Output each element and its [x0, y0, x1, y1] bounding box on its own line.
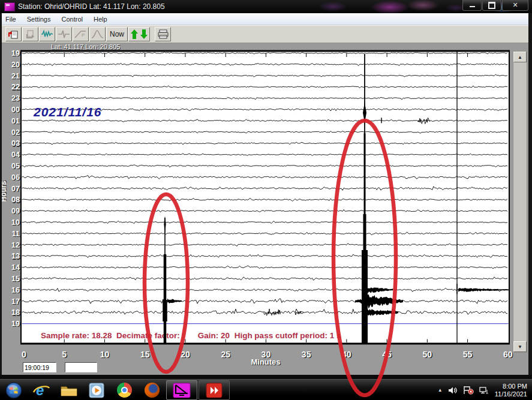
chart-header: Lat: 41.117 Lon: 20.805 [51, 43, 120, 50]
x-tick-label: 40 [342, 350, 351, 359]
x-tick-label: 50 [423, 350, 432, 359]
open-file-icon [8, 29, 19, 40]
now-button-label: Now [110, 30, 124, 38]
menu-item-help[interactable]: Help [88, 14, 113, 24]
waveform-icon [41, 29, 53, 39]
x-axis-title: Minutes [251, 357, 280, 366]
clock-date: 11/16/2021 [495, 390, 527, 398]
hour-label: 13 [11, 252, 20, 260]
blank-field[interactable] [65, 362, 97, 372]
trace-view-icon [58, 29, 70, 39]
hour-label: 09 [11, 207, 20, 215]
info-text: Sample rate: 18.28 Decimate factor: Gain… [41, 331, 341, 340]
hour-label: 02 [11, 128, 20, 137]
spectrum-button[interactable] [89, 27, 106, 41]
x-tick-label: 5 [62, 350, 67, 359]
window-title: Station: Ohrid/OHRID Lat: 41.117 Lon: 20… [18, 2, 165, 11]
svg-text:P: P [82, 32, 85, 38]
filter-icon: P [74, 29, 87, 39]
window-border-right [528, 13, 532, 375]
remote-app-icon [206, 383, 223, 398]
scroll-up-button[interactable]: ▲ [513, 52, 527, 62]
windows-start-icon [5, 382, 22, 399]
network-icon[interactable] [479, 386, 489, 395]
chrome-button[interactable] [110, 380, 138, 400]
hour-label: 06 [11, 173, 20, 182]
start-button[interactable] [0, 380, 28, 400]
hour-label: 16 [11, 286, 20, 294]
menu-item-control[interactable]: Control [56, 14, 88, 24]
scrollbar-track[interactable] [513, 62, 527, 341]
hour-label: 03 [11, 139, 20, 148]
system-tray: ▲ 8:00 PM 11/16/2021 [438, 383, 532, 398]
chrome-icon [117, 383, 132, 398]
internet-explorer-icon: e [32, 383, 50, 398]
hour-label: 19 [11, 320, 20, 328]
hour-label: 21 [11, 72, 20, 80]
hour-label: 11 [12, 230, 20, 238]
close-button[interactable]: ✕ [502, 0, 528, 11]
trace-time-field[interactable] [23, 362, 56, 372]
maximize-icon [488, 2, 495, 9]
x-tick-label: 55 [463, 350, 473, 359]
hour-label: 19 [11, 49, 20, 58]
hour-label: 01 [11, 117, 20, 125]
title-bar: Station: Ohrid/OHRID Lat: 41.117 Lon: 20… [0, 0, 532, 13]
minimize-button[interactable] [462, 0, 482, 11]
hour-label: 23 [11, 94, 20, 103]
clock-time: 8:00 PM [495, 383, 527, 390]
scroll-down-button[interactable]: ▼ [513, 341, 527, 352]
printer-icon [157, 29, 169, 39]
trace-view-button[interactable] [56, 27, 72, 41]
seismograph-app-icon [173, 383, 191, 398]
hour-label: 10 [11, 218, 20, 227]
event-clipped-bar [164, 254, 167, 343]
hour-label: 08 [11, 196, 20, 204]
close-icon: ✕ [512, 2, 518, 8]
filter-button[interactable]: P [73, 27, 89, 41]
export-icon [25, 29, 36, 40]
up-down-arrows-icon [130, 28, 148, 40]
now-button[interactable]: Now [106, 27, 128, 41]
x-tick-label: 60 [503, 350, 513, 359]
hour-label: 14 [11, 263, 20, 272]
internet-explorer-button[interactable]: e [28, 380, 55, 400]
hour-label: 05 [11, 162, 20, 170]
firefox-icon [145, 383, 160, 398]
waveform-button[interactable] [39, 27, 55, 41]
taskbar-app-seismograph[interactable] [166, 380, 197, 400]
print-button[interactable] [155, 27, 171, 41]
menu-item-settings[interactable]: Settings [22, 14, 56, 24]
open-file-button[interactable] [5, 27, 22, 41]
client-area: Lat: 41.117 Lon: 20.805 Sample rate: 18.… [0, 43, 532, 375]
taskbar-app-remote[interactable] [199, 380, 230, 400]
taskbar-clock[interactable]: 8:00 PM 11/16/2021 [495, 383, 527, 398]
taskbar: e [0, 379, 532, 400]
firefox-button[interactable] [138, 380, 166, 400]
window-border-bottom [0, 375, 532, 379]
hour-label: 04 [11, 151, 20, 159]
hour-label: 12 [11, 241, 20, 249]
date-label: 2021/11/16 [33, 105, 102, 119]
hour-label: 18 [11, 308, 20, 317]
maximize-button[interactable] [482, 0, 501, 11]
file-explorer-button[interactable] [55, 380, 83, 400]
media-player-icon [89, 383, 104, 398]
helicorder-chart[interactable]: Lat: 41.117 Lon: 20.805 Sample rate: 18.… [0, 43, 532, 375]
media-player-button[interactable] [83, 380, 110, 400]
x-tick-label: 10 [100, 350, 110, 359]
x-tick-label: 20 [181, 350, 190, 359]
hidden-icons-button[interactable]: ▲ [438, 387, 443, 393]
hour-label: 07 [11, 185, 20, 193]
menu-item-file[interactable]: File [0, 14, 22, 24]
volume-icon[interactable] [448, 386, 458, 395]
window-border-left [0, 13, 2, 375]
x-tick-label: 0 [22, 350, 26, 359]
window-controls: ✕ [462, 0, 528, 11]
menu-bar: File Settings Control Help [0, 13, 532, 25]
scroll-hours-button[interactable] [128, 27, 150, 41]
hour-label: 17 [11, 297, 20, 306]
export-button[interactable] [22, 27, 38, 41]
action-center-flag-icon[interactable] [463, 386, 474, 395]
hour-label: 22 [11, 83, 20, 91]
